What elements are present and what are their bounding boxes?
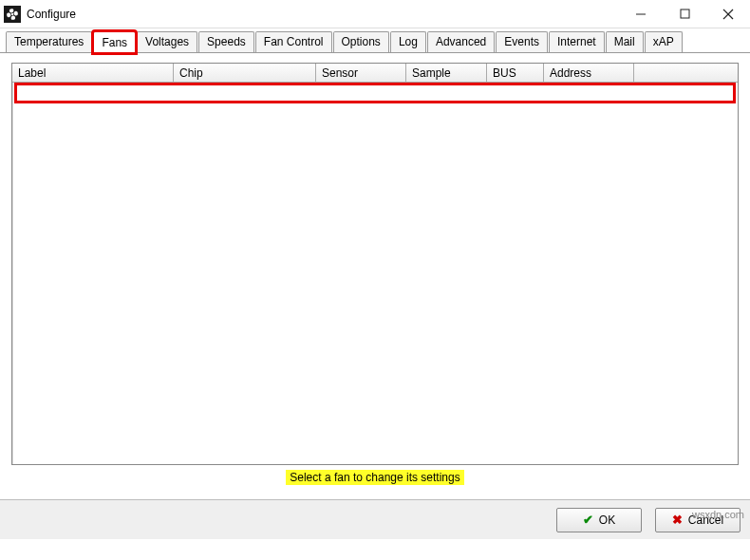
column-address[interactable]: Address xyxy=(544,64,634,82)
column-label[interactable]: Label xyxy=(12,64,174,82)
tab-advanced[interactable]: Advanced xyxy=(427,31,495,52)
tabstrip: Temperatures Fans Voltages Speeds Fan Co… xyxy=(0,28,750,53)
tab-fan-control[interactable]: Fan Control xyxy=(255,31,332,52)
tab-voltages[interactable]: Voltages xyxy=(137,31,197,52)
minimize-button[interactable] xyxy=(619,0,663,28)
titlebar: Configure xyxy=(0,0,750,28)
check-icon: ✔ xyxy=(583,513,593,527)
tab-fans[interactable]: Fans xyxy=(93,31,136,53)
watermark: wsxdn.com xyxy=(692,509,744,520)
tab-mail[interactable]: Mail xyxy=(606,31,644,52)
grid-body[interactable] xyxy=(12,83,738,464)
ok-label: OK xyxy=(599,513,615,527)
svg-rect-2 xyxy=(681,9,689,18)
fans-grid: Label Chip Sensor Sample BUS Address xyxy=(11,63,739,465)
svg-point-0 xyxy=(11,12,13,14)
tab-options[interactable]: Options xyxy=(333,31,389,52)
column-sensor[interactable]: Sensor xyxy=(316,64,406,82)
tab-content: Label Chip Sensor Sample BUS Address Sel… xyxy=(0,53,750,499)
column-bus[interactable]: BUS xyxy=(487,64,544,82)
tab-temperatures[interactable]: Temperatures xyxy=(6,31,92,52)
window-controls xyxy=(619,0,750,28)
tab-events[interactable]: Events xyxy=(496,31,548,52)
maximize-button[interactable] xyxy=(663,0,706,28)
column-sample[interactable]: Sample xyxy=(406,64,487,82)
hint-bar: Select a fan to change its settings xyxy=(11,465,739,494)
grid-header: Label Chip Sensor Sample BUS Address xyxy=(12,64,738,83)
dialog-buttons: ✔ OK ✖ Cancel xyxy=(0,499,750,539)
window-title: Configure xyxy=(27,8,76,21)
close-button[interactable] xyxy=(706,0,750,28)
selected-row-highlight xyxy=(14,83,736,103)
column-chip[interactable]: Chip xyxy=(174,64,316,82)
column-filler xyxy=(634,64,738,82)
tab-speeds[interactable]: Speeds xyxy=(198,31,254,52)
ok-button[interactable]: ✔ OK xyxy=(556,508,642,532)
tab-log[interactable]: Log xyxy=(390,31,426,52)
tab-internet[interactable]: Internet xyxy=(549,31,605,52)
hint-text: Select a fan to change its settings xyxy=(286,470,463,485)
app-icon xyxy=(4,6,21,23)
tab-xap[interactable]: xAP xyxy=(645,31,683,52)
close-icon: ✖ xyxy=(672,513,683,527)
